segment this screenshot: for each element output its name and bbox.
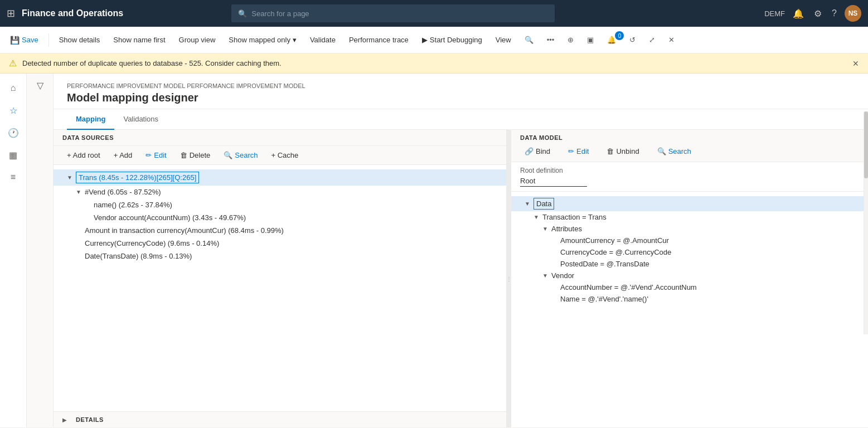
page-header: PERFORMANCE IMPROVEMENT MODEL PERFORMANC… [54,74,868,109]
alert-close-button[interactable]: ✕ [852,59,859,68]
help-button[interactable]: ? [830,6,839,21]
filter-sidebar: ▽ [27,74,54,427]
dm-item-text: AmountCurrency = @.AmountCur [560,236,669,245]
close-button[interactable]: ✕ [663,33,680,46]
global-search-input[interactable] [251,9,548,18]
sidebar-item-recent[interactable]: 🕐 [3,123,23,143]
view-button[interactable]: View [490,33,517,46]
save-button[interactable]: 💾 Save [4,33,44,47]
tree-item[interactable]: Currency(CurrencyCode) (9.6ms - 0.14%) [54,237,506,250]
dm-tree-item[interactable]: ▼ Data [511,196,868,211]
dm-tree-item[interactable]: Name = @.'#Vend'.'name()' [511,293,868,305]
panel-divider[interactable]: ⋮ [507,130,511,427]
tab-mapping[interactable]: Mapping [67,109,114,130]
search-button[interactable]: 🔍 [519,33,539,46]
sidebar-item-workspaces[interactable]: ▦ [3,145,23,165]
delete-icon: 🗑 [180,151,187,159]
start-debugging-button[interactable]: ▶ Start Debugging [416,33,488,46]
dm-item-text: CurrencyCode = @.CurrencyCode [560,248,671,256]
tree-item-text: Date(TransDate) (8.9ms - 0.13%) [85,252,192,260]
edit-button[interactable]: ✏ Edit [141,149,171,161]
tree-item-text: #Vend (6.05s - 87.52%) [85,188,161,196]
tree-item[interactable]: name() (2.62s - 37.84%) [54,198,506,211]
cache-button[interactable]: + Cache [266,149,303,161]
data-model-tree: ▼ Data ▼ Transaction = Trans ▼ Attribute… [511,192,868,427]
expand-icon [551,249,560,255]
filter-icon[interactable]: ▽ [37,80,43,91]
add-root-button[interactable]: + Add root [62,149,105,161]
dm-search-button[interactable]: 🔍 Search [653,145,696,157]
dm-item-text: Name = @.'#Vend'.'name()' [560,295,648,303]
breadcrumb: PERFORMANCE IMPROVEMENT MODEL PERFORMANC… [67,82,855,89]
root-definition-value: Root [520,177,587,187]
notification-area: 🔔 0 [602,33,622,46]
avatar[interactable]: NS [845,5,861,22]
group-view-button[interactable]: Group view [173,33,221,46]
page-title: Model mapping designer [67,91,855,104]
main-toolbar: 💾 Save Show details Show name first Grou… [0,27,868,54]
sidebar-item-favorites[interactable]: ☆ [3,100,23,120]
dropdown-icon: ▾ [293,36,297,44]
expand-icon [551,296,560,302]
unbind-button[interactable]: 🗑 Unbind [602,145,643,157]
show-name-button[interactable]: Show name first [108,33,171,46]
performance-trace-button[interactable]: Performance trace [343,33,414,46]
dm-tree-item[interactable]: AccountNumber = @.'#Vend'.AccountNum [511,281,868,293]
expand-icon: ▼ [525,201,534,207]
tab-validations[interactable]: Validations [114,109,167,130]
sidebar-item-list[interactable]: ≡ [3,167,23,187]
grid-layout-button[interactable]: ⊕ [562,33,579,46]
data-sources-tree: ▼ Trans (8.45s - 122.28%)[265][Q:265] ▼ … [54,165,506,411]
details-expand-icon[interactable]: ▶ [62,417,71,423]
data-sources-header: DATA SOURCES [54,130,506,146]
tree-item[interactable]: ▼ #Vend (6.05s - 87.52%) [54,186,506,198]
global-search-bar[interactable]: 🔍 [231,4,555,22]
left-sidebar: ⌂ ☆ 🕐 ▦ ≡ [0,74,27,427]
search-icon: 🔍 [657,147,666,155]
show-details-button[interactable]: Show details [54,33,106,46]
dm-edit-button[interactable]: ✏ Edit [564,145,593,157]
bind-button[interactable]: 🔗 Bind [520,145,555,157]
pane-button[interactable]: ▣ [581,33,599,46]
tree-item-text: Vendor account(AccountNum) (3.43s - 49.6… [94,213,246,222]
expand-icon [76,227,85,234]
tree-item[interactable]: Vendor account(AccountNum) (3.43s - 49.6… [54,211,506,224]
dm-tree-item[interactable]: ▼ Transaction = Trans [511,211,868,223]
data-model-toolbar: 🔗 Bind ✏ Edit 🗑 Unbind [520,145,859,157]
grid-icon[interactable]: ⊞ [7,7,15,20]
sidebar-item-home[interactable]: ⌂ [3,78,23,98]
tree-item-text: name() (2.62s - 37.84%) [94,201,172,209]
expand-icon [85,202,94,208]
dm-item-text: Transaction = Trans [542,213,607,221]
refresh-button[interactable]: ↺ [624,33,641,46]
warning-icon: ⚠ [9,58,17,69]
dm-tree-item[interactable]: ▼ Attributes [511,223,868,235]
alert-banner: ⚠ Detected number of duplicate queries t… [0,54,868,74]
validate-button[interactable]: Validate [304,33,341,46]
delete-button[interactable]: 🗑 Delete [176,149,215,161]
right-scrollbar[interactable] [864,130,868,334]
dm-tree-item[interactable]: CurrencyCode = @.CurrencyCode [511,246,868,258]
more-button[interactable]: ••• [541,33,560,46]
notification-button[interactable]: 🔔 [791,6,806,21]
settings-button[interactable]: ⚙ [812,6,824,21]
tree-item[interactable]: Date(TransDate) (8.9ms - 0.13%) [54,250,506,262]
trash-icon: 🗑 [607,147,614,155]
tabs: Mapping Validations [54,109,868,130]
data-model-header: DATA MODEL 🔗 Bind ✏ Edit 🗑 [511,130,868,162]
expand-icon: ▼ [542,226,551,232]
tree-item[interactable]: ▼ Trans (8.45s - 122.28%)[265][Q:265] [54,169,506,186]
dm-tree-item[interactable]: ▼ Vendor [511,270,868,281]
show-mapped-button[interactable]: Show mapped only ▾ [223,33,302,46]
notification-count: 0 [615,31,624,40]
data-model-title: DATA MODEL [520,134,859,141]
tree-item[interactable]: Amount in transaction currency(AmountCur… [54,224,506,237]
search-icon: 🔍 [238,9,247,18]
ds-search-button[interactable]: 🔍 Search [219,149,262,161]
dm-tree-item[interactable]: PostedDate = @.TransDate [511,258,868,270]
dm-tree-item[interactable]: AmountCurrency = @.AmountCur [511,235,868,246]
expand-icon [551,261,560,267]
content-area: ▽ PERFORMANCE IMPROVEMENT MODEL PERFORMA… [27,74,868,427]
popout-button[interactable]: ⤢ [643,33,661,46]
add-button[interactable]: + Add [109,149,137,161]
